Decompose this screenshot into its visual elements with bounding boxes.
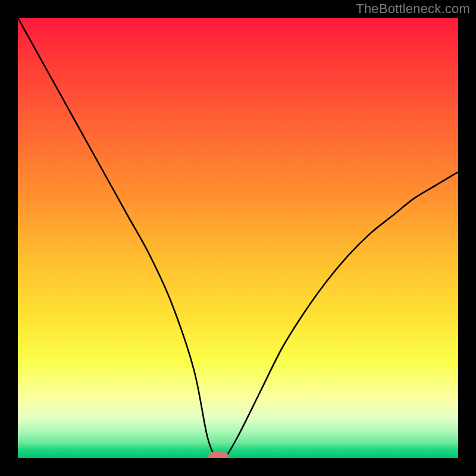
chart-frame: TheBottleneck.com (0, 0, 476, 476)
plot-area (18, 18, 458, 458)
curve-svg (18, 18, 458, 458)
bottleneck-curve-path (18, 18, 458, 458)
optimum-marker (208, 452, 228, 458)
watermark-text: TheBottleneck.com (356, 1, 470, 17)
